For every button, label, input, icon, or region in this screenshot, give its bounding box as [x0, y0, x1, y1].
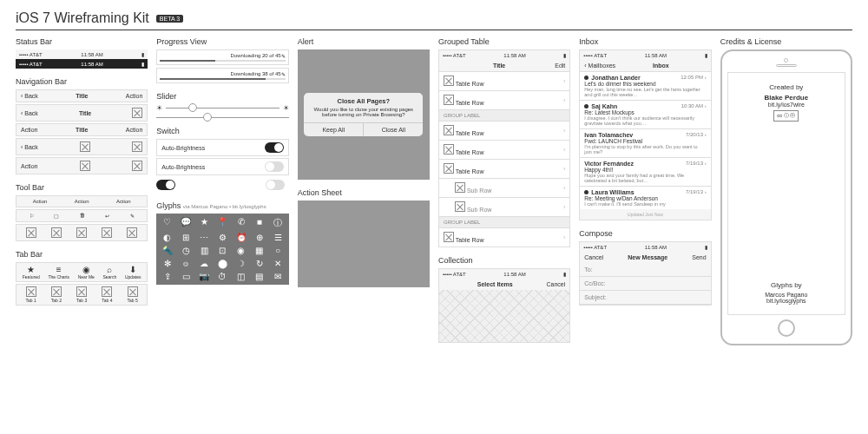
tab-item[interactable]: ≡The Charts	[48, 265, 69, 279]
section-title: Glyphs via Marcos Pagano • bit.ly/iosgly…	[156, 201, 288, 210]
placeholder-icon[interactable]	[132, 108, 142, 118]
folder-icon[interactable]: ▢	[54, 213, 59, 219]
table-row[interactable]: Table Row›	[439, 121, 569, 140]
to-field[interactable]: To:	[580, 263, 710, 277]
bluetooth-icon: ⌾	[179, 259, 194, 268]
nav-action[interactable]: Action	[126, 127, 142, 133]
inbox-item[interactable]: Saj Kahn10:30 AM ›Re: Latest MockupsI di…	[580, 100, 710, 128]
back-button[interactable]: ‹ Back	[21, 110, 38, 116]
beta-badge: BETA 3	[156, 15, 183, 23]
section-statusbar: Status Bar ••••• AT&T 11:58 AM ▮ ••••• A…	[16, 37, 148, 69]
placeholder-icon[interactable]	[51, 227, 62, 238]
table-row[interactable]: Table Row›	[439, 227, 569, 247]
back-button[interactable]: ‹ Mailboxes	[584, 62, 615, 69]
alert-close-button[interactable]: Close All	[364, 123, 423, 136]
back-button[interactable]: ‹ Back	[21, 93, 38, 99]
carrier-label: ••••• AT&T	[19, 52, 43, 57]
subject-field[interactable]: Subject:	[580, 291, 710, 305]
nav-action[interactable]: Action	[126, 93, 142, 99]
placeholder-icon[interactable]	[26, 227, 36, 238]
pin-icon: 📍	[215, 217, 230, 229]
author-link[interactable]: bit.ly/ios7wire	[733, 102, 839, 108]
switch-toggle[interactable]	[266, 180, 285, 190]
reply-icon[interactable]: ↩	[105, 213, 109, 219]
nav-action[interactable]: Action	[21, 163, 37, 169]
chat-icon: ◐	[160, 233, 174, 242]
switch-toggle[interactable]	[265, 161, 284, 172]
tab-item[interactable]: Tab 4	[102, 286, 112, 303]
inbox-item[interactable]: Victor Fernández7/19/13 ›Happy 4th!!Hope…	[580, 157, 710, 186]
send-button[interactable]: Send	[692, 254, 706, 260]
inbox-view: ••••• AT&T11:58 AM▮ ‹ Mailboxes Inbox Jo…	[579, 49, 711, 220]
section-progress: Progress View Downloading 20 of 45 ✎Down…	[156, 37, 288, 83]
toolbar-action[interactable]: Action	[33, 199, 48, 204]
alert-message: Would you like to close your existing pa…	[304, 107, 423, 122]
nav-action[interactable]: Action	[21, 127, 37, 133]
tab-item[interactable]: Tab 2	[51, 286, 62, 303]
cancel-button[interactable]: Cancel	[547, 281, 566, 287]
section-title: Progress View	[156, 37, 288, 46]
compose-icon[interactable]: ✎	[130, 213, 135, 219]
section-title: Tab Bar	[16, 250, 148, 259]
section-title: Action Sheet	[298, 188, 430, 197]
collection-grid[interactable]	[439, 290, 569, 342]
cancel-button[interactable]: Cancel	[584, 254, 603, 260]
placeholder-icon[interactable]	[132, 161, 142, 171]
switch-label: Auto-Brightness	[161, 164, 205, 170]
tab-item[interactable]: ⌕Search	[102, 265, 116, 279]
flag-icon[interactable]: ⚐	[30, 213, 34, 219]
trash-icon[interactable]: 🗑	[80, 213, 85, 219]
section-grouped-table: Grouped Table ••••• AT&T11:58 AM▮ Title …	[438, 37, 570, 247]
home-button[interactable]	[778, 319, 795, 337]
table-row[interactable]: Table Row›	[439, 90, 569, 109]
placeholder-icon[interactable]	[127, 227, 137, 238]
comment-icon: 💬	[179, 217, 194, 229]
switch-row	[156, 177, 288, 193]
cc-field[interactable]: Cc/Bcc:	[580, 277, 710, 291]
switch-row: Auto-Brightness	[156, 139, 288, 156]
nav-title: Title	[493, 62, 505, 69]
toolbar-action[interactable]: Action	[75, 199, 89, 204]
slider[interactable]	[156, 117, 288, 118]
user-icon: ◉	[233, 246, 248, 255]
tab-item[interactable]: Tab 5	[128, 286, 138, 303]
cc-license-icon: cc ⓘ ⓞ	[773, 110, 799, 122]
actionsheet-backdrop	[298, 201, 430, 287]
back-button[interactable]: ‹ Back	[21, 144, 38, 150]
glyphs-by-label: Glyphs by	[733, 281, 839, 289]
toolbar-action[interactable]: Action	[116, 199, 131, 204]
switch-toggle[interactable]	[265, 142, 284, 153]
placeholder-icon[interactable]	[76, 227, 87, 238]
alert-keep-button[interactable]: Keep All	[304, 123, 364, 136]
tab-item[interactable]: Tab 1	[26, 286, 36, 303]
inbox-item[interactable]: Jonathan Lander12:05 PM ›Let's do dinner…	[580, 71, 710, 100]
tab-item[interactable]: ◉Near Me	[78, 265, 95, 279]
switch-row: Auto-Brightness	[156, 158, 288, 175]
placeholder-icon[interactable]	[132, 141, 142, 152]
switch-toggle[interactable]	[156, 180, 175, 190]
edit-button[interactable]: Edit	[555, 62, 565, 69]
placeholder-icon[interactable]	[102, 227, 112, 238]
tab-item[interactable]: ★Featured	[23, 265, 40, 279]
nav-bar: ‹ Back Title	[16, 104, 148, 122]
tab-item[interactable]: ⬇Updates	[125, 265, 141, 279]
bars-icon: ▥	[197, 246, 212, 255]
table-row[interactable]: Table Row›	[439, 71, 569, 90]
section-compose: Compose ••••• AT&T11:58 AM▮ Cancel New M…	[579, 229, 711, 306]
circle-icon: ○	[270, 246, 285, 255]
glyphs-link[interactable]: bit.ly/iosglyphs	[733, 298, 839, 304]
table-subrow[interactable]: Sub Row›	[439, 197, 569, 216]
table-row[interactable]: Table Row›	[439, 159, 569, 178]
list-icon: ☰	[270, 233, 285, 242]
tab-item[interactable]: Tab 3	[76, 286, 87, 303]
phone-icon: ✆	[233, 217, 248, 229]
section-toolbar: Tool Bar Action Action Action ⚐ ▢ 🗑 ↩ ✎	[16, 183, 148, 241]
table-subrow[interactable]: Sub Row›	[439, 178, 569, 197]
clock-icon: ⏰	[233, 233, 248, 242]
inbox-item[interactable]: Ivan Tolamachev7/20/13 ›Fwd: LAUNCH Fest…	[580, 128, 710, 157]
brightness-slider[interactable]: ☀ ☀	[156, 104, 288, 112]
table-row[interactable]: Table Row›	[439, 140, 569, 159]
section-title: Status Bar	[16, 37, 148, 46]
tab-bar: Tab 1Tab 2Tab 3Tab 4Tab 5	[16, 284, 148, 306]
inbox-item[interactable]: Laura Williams7/19/13 ›Re: Meeting w/Dan…	[580, 186, 710, 209]
